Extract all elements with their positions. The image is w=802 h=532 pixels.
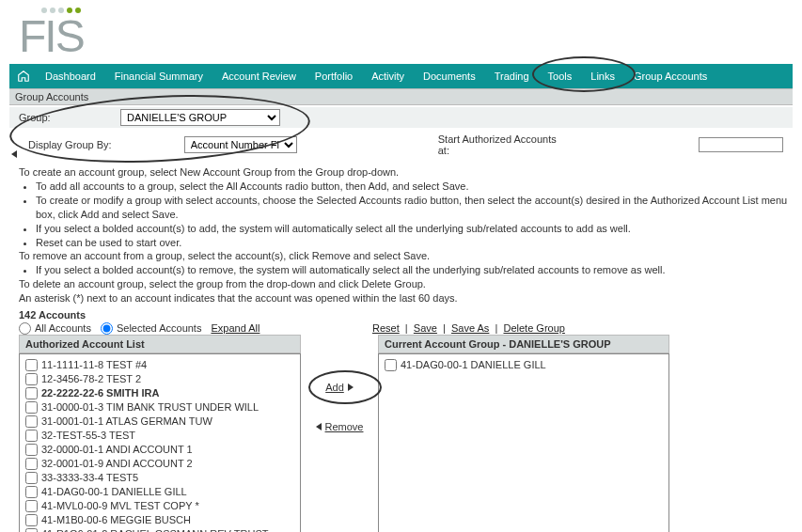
list-item[interactable]: 41-DAG0-00-1 DANIELLE GILL: [25, 485, 294, 499]
saveas-link[interactable]: Save As: [451, 322, 489, 334]
arrow-right-icon: [348, 383, 354, 391]
list-item[interactable]: 22-2222-22-6 SMITH IRA: [25, 386, 294, 400]
list-item-label: 31-0000-01-3 TIM BANK TRUST UNDER WILL: [41, 401, 259, 413]
remove-button[interactable]: Remove: [316, 421, 364, 432]
nav-trading[interactable]: Trading: [485, 64, 539, 88]
list-item-label: 32-0001-01-9 ANDI ACCOUNT 2: [41, 458, 193, 469]
right-column: Current Account Group - DANIELLE'S GROUP…: [378, 335, 669, 532]
list-item[interactable]: 41-MVL0-00-9 MVL TEST COPY *: [25, 499, 294, 513]
display-by-label: Display Group By:: [28, 139, 177, 150]
list-item-checkbox[interactable]: [25, 528, 38, 532]
list-item-checkbox[interactable]: [385, 359, 397, 371]
nav-tools[interactable]: Tools: [539, 64, 582, 88]
list-item[interactable]: 41-R1O6-01-2 RACHEL OSSMANN REV TRUST: [25, 527, 294, 532]
list-item[interactable]: 12-3456-78-2 TEST 2: [25, 372, 294, 386]
list-item[interactable]: 31-0000-01-3 TIM BANK TRUST UNDER WILL: [25, 400, 294, 415]
navbar: Dashboard Financial Summary Account Revi…: [9, 64, 793, 88]
radio-selected-label: Selected Accounts: [117, 322, 202, 334]
reset-link[interactable]: Reset: [372, 322, 400, 334]
list-item[interactable]: 31-0001-01-1 ATLAS GERMAN TUW: [25, 415, 294, 429]
home-icon[interactable]: [15, 68, 32, 85]
radio-selected-accounts[interactable]: [101, 322, 113, 335]
nav-portfolio[interactable]: Portfolio: [306, 64, 362, 88]
group-row: Group: DANIELLE'S GROUP: [9, 107, 793, 128]
nav-group-accounts[interactable]: Group Accounts: [624, 64, 716, 88]
instr-line2: To remove an account from a group, selec…: [19, 249, 793, 263]
start-auth-input[interactable]: [699, 137, 783, 152]
delete-group-link[interactable]: Delete Group: [503, 322, 564, 334]
authorized-account-list[interactable]: 11-1111-11-8 TEST #412-3456-78-2 TEST 22…: [19, 353, 301, 532]
arrow-left-icon: [316, 423, 322, 430]
right-column-header: Current Account Group - DANIELLE'S GROUP: [378, 335, 669, 353]
two-column-area: Authorized Account List 11-1111-11-8 TES…: [19, 335, 793, 532]
nav-dashboard[interactable]: Dashboard: [36, 64, 105, 88]
instr-b3: If you select a bolded account(s) to add…: [36, 222, 793, 236]
current-group-list[interactable]: 41-DAG0-00-1 DANIELLE GILL: [378, 353, 669, 532]
list-item-label: 11-1111-11-8 TEST #4: [41, 359, 147, 370]
list-item-checkbox[interactable]: [25, 387, 38, 399]
list-item[interactable]: 32-0000-01-1 ANDI ACCOUNT 1: [25, 443, 294, 457]
left-column-header: Authorized Account List: [19, 335, 301, 353]
left-column: Authorized Account List 11-1111-11-8 TES…: [19, 335, 301, 532]
add-button[interactable]: Add: [325, 382, 354, 393]
nav-activity[interactable]: Activity: [362, 64, 414, 88]
nav-account-review[interactable]: Account Review: [212, 64, 306, 88]
start-auth-label: Start Authorized Accounts at:: [438, 133, 569, 156]
display-row: Display Group By: Account Number First S…: [9, 132, 793, 158]
list-item-label: 32-TEST-55-3 TEST: [41, 430, 135, 441]
list-item[interactable]: 41-DAG0-00-1 DANIELLE GILL: [385, 358, 663, 372]
list-item-label: 31-0001-01-1 ATLAS GERMAN TUW: [41, 415, 212, 427]
list-item-checkbox[interactable]: [25, 359, 38, 371]
account-count: 142 Accounts: [19, 309, 793, 321]
fis-logo: FIS: [19, 19, 783, 55]
instr-line3: To delete an account group, select the g…: [19, 277, 793, 291]
instr-b4: Reset can be used to start over.: [36, 236, 793, 250]
list-item-label: 41-M1B0-00-6 MEGGIE BUSCH: [41, 514, 191, 525]
list-item-checkbox[interactable]: [25, 472, 38, 484]
list-item-label: 22-2222-22-6 SMITH IRA: [41, 387, 159, 399]
radio-row: All Accounts Selected Accounts Expand Al…: [19, 322, 301, 335]
list-item[interactable]: 32-TEST-55-3 TEST: [25, 429, 294, 443]
nav-links[interactable]: Links: [581, 64, 624, 88]
list-item-label: 32-0000-01-1 ANDI ACCOUNT 1: [41, 444, 193, 455]
instr-line4: An asterisk (*) next to an account indic…: [19, 291, 793, 305]
collapse-arrow-icon[interactable]: [11, 150, 17, 158]
save-link[interactable]: Save: [414, 322, 437, 334]
instr-line1: To create an account group, select New A…: [19, 165, 793, 180]
display-by-select[interactable]: Account Number First: [184, 136, 297, 153]
radio-all-label: All Accounts: [35, 322, 91, 334]
instr-b2: To create or modify a group with select …: [36, 194, 793, 222]
list-item-label: 41-MVL0-00-9 MVL TEST COPY *: [41, 500, 199, 511]
nav-documents[interactable]: Documents: [414, 64, 485, 88]
list-item-label: 41-DAG0-00-1 DANIELLE GILL: [401, 359, 546, 370]
logo-dots: [41, 8, 783, 13]
mid-buttons: Add Remove: [307, 335, 372, 532]
list-item[interactable]: 11-1111-11-8 TEST #4: [25, 358, 294, 372]
list-item-label: 41-DAG0-00-1 DANIELLE GILL: [41, 486, 187, 497]
list-item[interactable]: 41-M1B0-00-6 MEGGIE BUSCH: [25, 513, 294, 527]
radio-all-accounts[interactable]: [19, 322, 31, 335]
group-select[interactable]: DANIELLE'S GROUP: [120, 109, 280, 126]
expand-all-link[interactable]: Expand All: [211, 322, 259, 334]
instr-b5: If you select a bolded account(s) to rem…: [36, 263, 793, 277]
list-item-checkbox[interactable]: [25, 514, 38, 526]
nav-financial-summary[interactable]: Financial Summary: [105, 64, 212, 88]
instructions: To create an account group, select New A…: [19, 165, 793, 305]
list-item-checkbox[interactable]: [25, 500, 38, 512]
list-item-checkbox[interactable]: [25, 486, 38, 498]
list-item[interactable]: 32-0001-01-9 ANDI ACCOUNT 2: [25, 457, 294, 471]
list-item-checkbox[interactable]: [25, 458, 38, 470]
list-item-checkbox[interactable]: [25, 415, 38, 428]
list-item-checkbox[interactable]: [25, 373, 38, 385]
list-item-label: 41-R1O6-01-2 RACHEL OSSMANN REV TRUST: [41, 528, 268, 532]
list-item-checkbox[interactable]: [25, 430, 38, 442]
instr-b1: To add all accounts to a group, select t…: [36, 180, 793, 194]
list-item[interactable]: 33-3333-33-4 TEST5: [25, 471, 294, 485]
annotation-oval-add: [308, 370, 382, 404]
group-label: Group:: [19, 112, 113, 123]
action-links: Reset | Save | Save As | Delete Group: [372, 322, 565, 334]
list-item-checkbox[interactable]: [25, 401, 38, 414]
list-item-checkbox[interactable]: [25, 444, 38, 456]
list-item-label: 33-3333-33-4 TEST5: [41, 472, 138, 483]
logo-area: FIS: [0, 0, 802, 58]
